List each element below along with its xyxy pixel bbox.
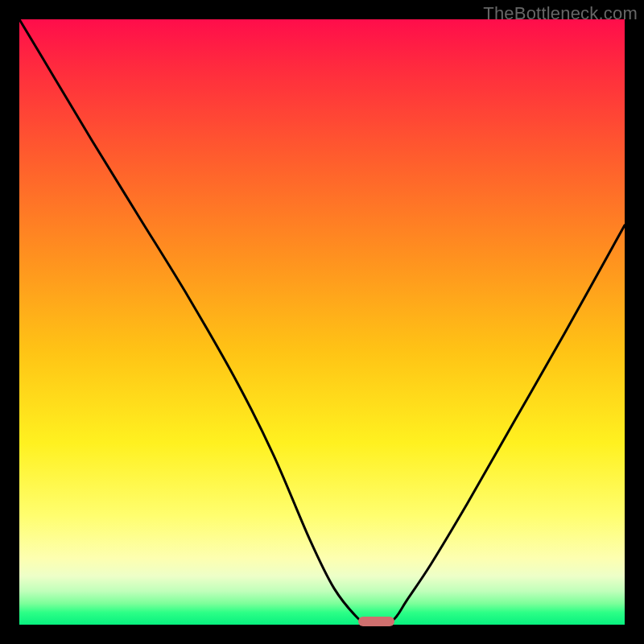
watermark-text: TheBottleneck.com — [483, 3, 638, 24]
optimum-marker — [358, 617, 394, 626]
chart-frame: TheBottleneck.com — [0, 0, 644, 644]
bottleneck-curve — [19, 19, 625, 625]
curve-path — [19, 19, 625, 625]
plot-area — [19, 19, 625, 625]
